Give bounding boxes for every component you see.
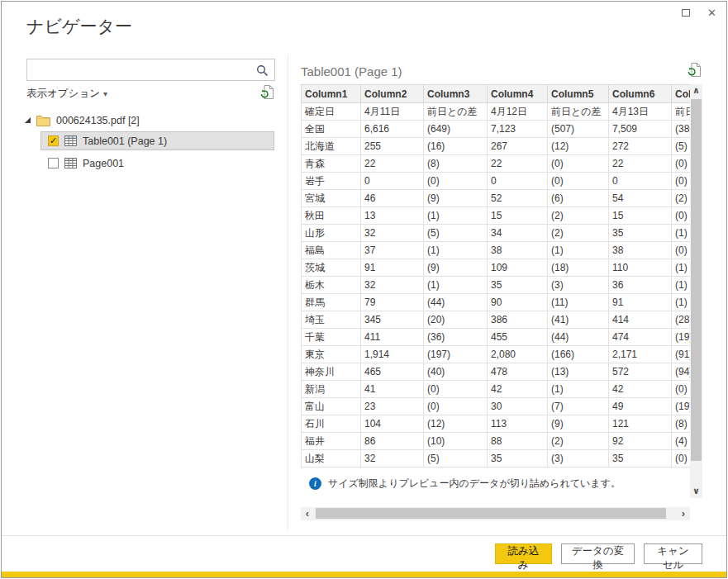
scroll-right-icon[interactable]: ›: [677, 507, 690, 520]
info-icon: i: [309, 477, 321, 490]
table-cell: 30: [488, 398, 548, 415]
table-cell: 34: [488, 225, 548, 242]
table-cell: 4月11日: [361, 103, 424, 121]
table-row: 石川104(12)113(9)121(8): [302, 415, 691, 433]
tree-expander-icon[interactable]: [25, 117, 31, 123]
scroll-left-icon[interactable]: ‹: [301, 507, 314, 520]
vertical-scroll-thumb[interactable]: [691, 99, 702, 461]
table-cell: 38: [488, 242, 548, 259]
table-cell: (2): [548, 207, 609, 225]
scroll-down-icon[interactable]: ∨: [690, 485, 702, 498]
table-row: 群馬79(44)90(11)91(1): [302, 294, 691, 311]
table-cell: (1): [672, 225, 691, 242]
page001-checkbox[interactable]: [48, 158, 59, 168]
tree-root-pdf[interactable]: 000624135.pdf [2]: [25, 112, 140, 130]
maximize-button[interactable]: [682, 7, 690, 19]
table-cell: 46: [361, 190, 424, 207]
vertical-scroll-track[interactable]: [690, 97, 702, 485]
table-cell: (0): [424, 173, 488, 190]
table-cell: 石川: [302, 415, 361, 433]
table-cell: 2,080: [488, 346, 548, 363]
horizontal-scroll-track[interactable]: [314, 507, 677, 520]
table-row: 山梨32(5)35(3)35(0): [302, 450, 691, 467]
table-cell: 52: [488, 190, 548, 207]
search-input[interactable]: [27, 59, 274, 80]
table-cell: (197): [424, 346, 488, 363]
table-cell: 478: [488, 363, 548, 381]
preview-table: Column1Column2Column3Column4Column5Colum…: [301, 84, 690, 467]
table-cell: 22: [609, 155, 672, 173]
table-cell: 345: [361, 311, 424, 329]
table-cell: (36): [424, 329, 488, 346]
scroll-up-icon[interactable]: ∧: [690, 84, 702, 97]
table-cell: 福島: [302, 242, 361, 259]
table-cell: 121: [609, 415, 672, 433]
table-cell: (0): [672, 450, 691, 467]
load-button[interactable]: 読み込み: [495, 543, 552, 564]
refresh-preview-icon[interactable]: [688, 63, 702, 80]
horizontal-scrollbar[interactable]: ‹ ›: [301, 507, 690, 520]
table-cell: (1): [424, 207, 488, 225]
table-cell: 109: [488, 259, 548, 277]
close-icon: ✕: [707, 7, 716, 19]
tree-item-page001[interactable]: Page001: [40, 154, 274, 173]
table-cell: (16): [424, 138, 488, 155]
table-cell: (0): [672, 207, 691, 225]
table-cell: (1): [672, 277, 691, 294]
table-cell: 42: [488, 381, 548, 398]
tree-item-label: Table001 (Page 1): [83, 135, 167, 147]
table-cell: 32: [361, 277, 424, 294]
table-cell: 38: [609, 242, 672, 259]
table-cell: 272: [609, 138, 672, 155]
table-cell: 255: [361, 138, 424, 155]
table-cell: 宮城: [302, 190, 361, 207]
display-options-label: 表示オプション: [26, 88, 100, 99]
table-cell: (94): [672, 363, 691, 381]
close-button[interactable]: ✕: [707, 7, 716, 19]
table-cell: 32: [361, 225, 424, 242]
table-cell: 4月12日: [488, 103, 548, 121]
table-cell: 0: [609, 173, 672, 190]
table-cell: (0): [548, 155, 609, 173]
table-cell: 7,509: [609, 121, 672, 138]
column-header: Column1: [302, 85, 361, 103]
table-cell: 54: [609, 190, 672, 207]
table-cell: 青森: [302, 155, 361, 173]
table-cell: (5): [424, 450, 488, 467]
table-row: 宮城46(9)52(6)54(2): [302, 190, 691, 207]
table-cell: (40): [424, 363, 488, 381]
column-header: Column7: [672, 85, 691, 103]
table-header-row: Column1Column2Column3Column4Column5Colum…: [302, 85, 691, 103]
tree-item-table001[interactable]: ✓ Table001 (Page 1): [40, 131, 274, 150]
display-options-dropdown[interactable]: 表示オプション▾: [26, 87, 107, 101]
cancel-button[interactable]: キャンセル: [644, 543, 702, 564]
table-cell: (1): [424, 242, 488, 259]
table-cell: 岩手: [302, 173, 361, 190]
preview-title: Table001 (Page 1): [301, 64, 402, 78]
transform-data-button[interactable]: データの変換: [561, 543, 635, 564]
table-cell: 91: [609, 294, 672, 311]
table-cell: 91: [361, 259, 424, 277]
table-cell: 35: [609, 450, 672, 467]
table-cell: 572: [609, 363, 672, 381]
table-cell: 13: [361, 207, 424, 225]
table-cell: 455: [488, 329, 548, 346]
search-box: [26, 59, 275, 81]
table-cell: (10): [424, 433, 488, 450]
table-cell: (19): [672, 398, 691, 415]
table-cell: 福井: [302, 433, 361, 450]
truncation-notice: i サイズ制限よりプレビュー内のデータが切り詰められています。: [301, 467, 690, 498]
table-cell: (0): [424, 381, 488, 398]
table-cell: 110: [609, 259, 672, 277]
table-icon: [64, 135, 77, 146]
search-icon[interactable]: [256, 64, 269, 80]
horizontal-scroll-thumb[interactable]: [316, 508, 666, 519]
table-row: 山形32(5)34(2)35(1): [302, 225, 691, 242]
vertical-scrollbar[interactable]: ∧ ∨: [690, 84, 702, 498]
refresh-icon[interactable]: [260, 85, 274, 102]
table-cell: 秋田: [302, 207, 361, 225]
table-cell: (9): [548, 415, 609, 433]
table-cell: (2): [672, 190, 691, 207]
column-header: Column5: [548, 85, 609, 103]
table001-checkbox[interactable]: ✓: [48, 135, 59, 146]
